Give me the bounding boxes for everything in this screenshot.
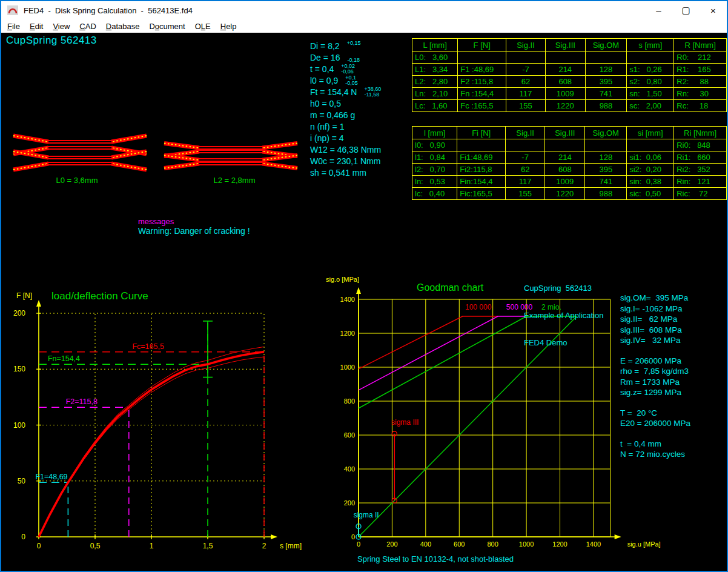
table-cell: s1: 0,26 [627, 64, 674, 76]
maximize-button[interactable]: ▢ [672, 1, 700, 19]
info-line: E20 = 206000 MPa [620, 418, 690, 429]
y-tick-label: 0 [351, 533, 355, 540]
axis-arrow-icon [615, 534, 621, 539]
table-cell: F2 :115,8 [458, 76, 506, 88]
table-cell: Fin:154,4 [457, 176, 506, 188]
app-icon [7, 5, 18, 15]
table-row: L0: 3,60R0: 212 [412, 52, 727, 64]
table-cell: sn: 1,50 [627, 88, 674, 100]
fatigue-line [359, 316, 498, 369]
table-cell: 62 [506, 164, 545, 176]
x-tick-label: 800 [488, 540, 498, 548]
table-row: lc: 0,40Fic:165,51551220988sic: 0,50Ric:… [412, 188, 727, 200]
table-cell: sin: 0,38 [627, 176, 674, 188]
table-cell: l1: 0,84 [412, 151, 457, 164]
minimize-button[interactable]: – [645, 1, 672, 19]
window-title: FED4 - Disk Spring Calculation - 562413E… [24, 6, 645, 15]
menu-help[interactable]: Help [216, 21, 242, 32]
table-cell: sic: 0,50 [627, 188, 674, 200]
column-header: Ri [Nmm] [674, 127, 727, 139]
table-cell: ln: 0,53 [412, 176, 457, 188]
table-cell: 128 [585, 64, 627, 76]
annotation-line: Example of Application [524, 311, 604, 320]
stress-marker-label: sigma III [391, 418, 419, 427]
spring-left-label: L0 = 3,6mm [38, 176, 116, 185]
table-cell: F1 :48,69 [458, 64, 506, 76]
table-cell: L1: 3,34 [412, 64, 458, 76]
axis-arrow-icon [271, 534, 277, 539]
x-tick-label: 200 [386, 540, 397, 548]
x-tick-label: 0 [357, 540, 360, 548]
x-tick-label: 0 [37, 542, 41, 550]
menu-edit[interactable]: Edit [25, 21, 48, 32]
column-header: L [mm] [412, 39, 458, 52]
page-title: CupSpring 562413 [6, 35, 97, 47]
menu-ole[interactable]: OLE [190, 21, 216, 32]
parameter-line: t = 0,4+0,02-0,06 [310, 63, 381, 75]
column-header: l [mm] [412, 127, 457, 139]
y-tick-label: 200 [344, 499, 355, 507]
guide-label: Fc=165,5 [132, 342, 164, 351]
info-line: T = 20 °C [620, 408, 690, 419]
y-tick-label: 50 [18, 477, 26, 485]
parameter-line: Di = 8,2+0,15 [310, 40, 381, 52]
column-header: s [mm] [627, 39, 674, 52]
stress-material-panel: sig.OM= 395 MPasig.I= -1062 MPasig.II= 6… [620, 293, 690, 470]
table-cell: lc: 0,40 [412, 188, 457, 200]
parameter-line: n (nf) = 1 [310, 121, 381, 132]
titlebar[interactable]: FED4 - Disk Spring Calculation - 562413E… [1, 1, 727, 19]
goodman-chart: 0200400600800100012001400020040060080010… [321, 259, 663, 557]
table-cell: 1009 [545, 176, 585, 188]
parameter-line: Ft = 154,4 N+38,60-11,58 [310, 86, 381, 98]
info-group: T = 20 °CE20 = 206000 MPa [620, 408, 690, 429]
column-header: Sig.OM [585, 127, 627, 139]
tolerance-values: +0,02-0,06 [341, 64, 355, 75]
parameter-line: m = 0,466 g [310, 109, 381, 121]
table-cell: Fic:165,5 [457, 188, 506, 200]
table-cell: Ri1: 660 [674, 151, 727, 164]
table-cell: s2: 0,80 [627, 76, 674, 88]
y-tick-label: 800 [344, 397, 355, 405]
info-group: E = 206000 MParho = 7,85 kg/dm3Rm = 1733… [620, 356, 690, 398]
table-cell: 988 [585, 100, 627, 112]
table-cell: l2: 0,70 [412, 164, 457, 176]
table-cell: Fi1:48,69 [457, 151, 506, 164]
info-line: sig.III= 608 MPa [620, 325, 690, 336]
table-cell: sc: 2,00 [627, 100, 674, 112]
annotation-line: CupSpring 562413 [524, 284, 604, 293]
table-cell: l0: 0,90 [412, 139, 457, 151]
menu-cad[interactable]: CAD [74, 21, 101, 32]
table-cell: 128 [585, 151, 627, 164]
table-cell: Fi2:115,8 [457, 164, 506, 176]
table-cell: Lc: 1,60 [412, 100, 458, 112]
table-cell: -7 [506, 151, 545, 164]
tolerance-values: +0,1-0,05 [345, 75, 358, 86]
table-cell [585, 139, 627, 151]
menu-document[interactable]: Document [144, 21, 190, 32]
tolerance-values: +0,15 [347, 41, 361, 52]
annotation-line: FED4 Demo [524, 338, 604, 347]
menu-database[interactable]: Database [101, 21, 145, 32]
table-cell: 741 [585, 88, 627, 100]
guide-label: Fn=154,4 [48, 354, 80, 363]
menu-view[interactable]: View [48, 21, 74, 32]
messages-heading: messages [138, 217, 174, 226]
tolerance-values: +38,60-11,58 [364, 87, 381, 98]
parameter-line: i (np) = 4 [310, 132, 381, 144]
info-line: sig.IV= 32 MPa [620, 335, 690, 346]
table-cell: -7 [506, 64, 546, 76]
table-cell [457, 139, 506, 151]
y-tick-label: 400 [344, 465, 355, 473]
y-tick-label: 0 [21, 533, 25, 541]
table-cell: Rin: 121 [674, 176, 727, 188]
menu-file[interactable]: File [2, 21, 25, 32]
table-cell: Ri0: 848 [674, 139, 727, 151]
close-button[interactable]: × [700, 1, 727, 19]
table-cell: L2: 2,80 [412, 76, 458, 88]
table-cell: 62 [506, 76, 546, 88]
table-cell: 395 [585, 164, 627, 176]
table-cell: 155 [506, 188, 545, 200]
goodman-annotations: CupSpring 562413 Example of Application … [524, 265, 604, 365]
warning-message: Warning: Danger of cracking ! [138, 226, 250, 236]
table-cell: 608 [545, 76, 585, 88]
